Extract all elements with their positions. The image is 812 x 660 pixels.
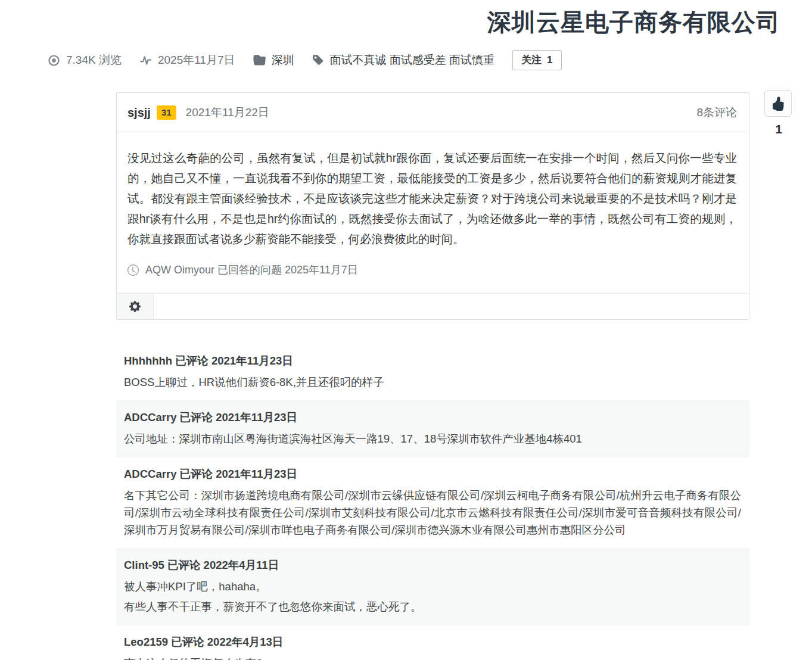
post-header: sjsjj 31 2021年11月22日 8条评论 — [117, 93, 749, 132]
comment-body: 被人事冲KPI了吧，hahaha。 有些人事不干正事，薪资开不了也忽悠你来面试，… — [124, 578, 741, 615]
tags-label[interactable]: 面试不真诚 面试感受差 面试慎重 — [330, 52, 495, 68]
folder-icon — [253, 54, 266, 67]
comment-author[interactable]: ADCCarry — [124, 411, 176, 424]
comment-body: 公司地址：深圳市南山区粤海街道滨海社区海天一路19、17、18号深圳市软件产业基… — [124, 430, 741, 447]
gear-icon — [129, 301, 141, 312]
category-item[interactable]: 深圳 — [253, 52, 294, 68]
views-label: 7.34K 浏览 — [66, 52, 122, 68]
like-button[interactable] — [764, 90, 792, 117]
comment-text: BOSS上聊过，HR说他们薪资6-8K,并且还很叼的样子 — [124, 373, 741, 391]
post-date: 2021年11月22日 — [186, 105, 269, 120]
comment-meta: 已评论 2021年11月23日 — [180, 411, 297, 424]
eye-icon — [48, 54, 60, 67]
clock-icon — [127, 264, 139, 276]
follow-button[interactable]: 关注 1 — [512, 50, 561, 70]
comment-row: ADCCarry 已评论 2021年11月23日 名下其它公司：深圳市扬道跨境电… — [116, 457, 749, 548]
comment-header: ADCCarry 已评论 2021年11月23日 — [124, 466, 741, 481]
date-stat: 2025年11月7日 — [139, 52, 235, 68]
comment-author[interactable]: ADCCarry — [124, 468, 176, 480]
comment-body: BOSS上聊过，HR说他们薪资6-8K,并且还很叼的样子 — [124, 373, 741, 391]
comment-author[interactable]: Hhhhhhh — [124, 354, 172, 367]
comment-text: 公司地址：深圳市南山区粤海街道滨海社区海天一路19、17、18号深圳市软件产业基… — [124, 430, 741, 447]
page-title: 深圳云星电子商务有限公司 — [487, 6, 780, 39]
follow-count: 1 — [547, 54, 552, 66]
post-answer-meta: AQW Oimyour 已回答的问题 2025年11月7日 — [117, 249, 749, 293]
post-author[interactable]: sjsjj — [127, 106, 151, 120]
post-body: 没见过这么奇葩的公司，虽然有复试，但是初试就hr跟你面，复试还要后面统一在安排一… — [117, 132, 749, 249]
comment-meta: 已评论 2021年11月23日 — [180, 468, 297, 480]
comment-body: 南山这么低的工资怎么生存? — [124, 655, 741, 660]
comment-row: ADCCarry 已评论 2021年11月23日 公司地址：深圳市南山区粤海街道… — [116, 400, 749, 457]
comment-meta: 已评论 2022年4月11日 — [167, 559, 279, 571]
comment-text: 被人事冲KPI了吧，hahaha。 — [124, 578, 741, 595]
post-footer — [117, 293, 749, 319]
like-count: 1 — [764, 122, 793, 136]
post-settings-button[interactable] — [117, 294, 154, 319]
comment-row: Leo2159 已评论 2022年4月13日 南山这么低的工资怎么生存? — [116, 625, 749, 660]
comments-count[interactable]: 8条评论 — [696, 105, 737, 120]
author-score-badge: 31 — [157, 105, 176, 120]
comment-header: Hhhhhhh 已评论 2021年11月23日 — [124, 353, 741, 368]
comment-meta: 已评论 2022年4月13日 — [171, 636, 283, 648]
comment-text: 名下其它公司：深圳市扬道跨境电商有限公司/深圳市云缘供应链有限公司/深圳云柯电子… — [124, 487, 741, 538]
comment-row: Clint-95 已评论 2022年4月11日 被人事冲KPI了吧，hahaha… — [116, 548, 749, 625]
comment-header: Clint-95 已评论 2022年4月11日 — [124, 558, 741, 572]
comment-text: 南山这么低的工资怎么生存? — [124, 655, 741, 660]
follow-label: 关注 — [521, 53, 542, 67]
comment-text: 有些人事不干正事，薪资开不了也忽悠你来面试，恶心死了。 — [124, 598, 741, 615]
pulse-icon — [139, 54, 152, 67]
category-label[interactable]: 深圳 — [272, 52, 294, 68]
comment-body: 名下其它公司：深圳市扬道跨境电商有限公司/深圳市云缘供应链有限公司/深圳云柯电子… — [124, 487, 741, 538]
comment-header: Leo2159 已评论 2022年4月13日 — [124, 634, 741, 649]
post-card: sjsjj 31 2021年11月22日 8条评论 没见过这么奇葩的公司，虽然有… — [116, 92, 749, 320]
comment-header: ADCCarry 已评论 2021年11月23日 — [124, 410, 741, 425]
comment-row: Hhhhhhh 已评论 2021年11月23日 BOSS上聊过，HR说他们薪资6… — [116, 344, 749, 400]
comment-author[interactable]: Leo2159 — [124, 636, 168, 648]
tags-item[interactable]: 面试不真诚 面试感受差 面试慎重 — [312, 52, 495, 68]
answered-meta-label: AQW Oimyour 已回答的问题 2025年11月7日 — [145, 263, 358, 277]
comment-meta: 已评论 2021年11月23日 — [175, 354, 293, 367]
meta-row: 7.34K 浏览 2025年11月7日 深圳 面试不真诚 面试感受差 面试慎重 … — [48, 50, 649, 70]
like-column: 1 — [764, 90, 793, 136]
views-stat: 7.34K 浏览 — [48, 52, 122, 68]
comment-author[interactable]: Clint-95 — [124, 559, 164, 571]
thumbs-up-icon — [771, 96, 785, 111]
comments-list: Hhhhhhh 已评论 2021年11月23日 BOSS上聊过，HR说他们薪资6… — [116, 344, 749, 660]
tag-icon — [312, 54, 324, 66]
activity-date-label: 2025年11月7日 — [158, 52, 235, 68]
